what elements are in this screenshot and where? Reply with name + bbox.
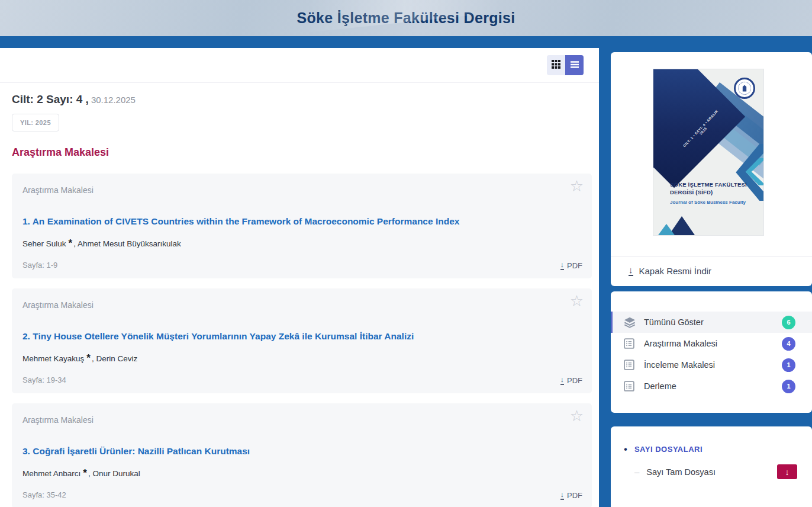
- main-panel: Cilt: 2 Sayı: 4 ,30.12.2025 YIL: 2025 Ar…: [0, 48, 599, 507]
- download-icon: ↓: [629, 265, 633, 276]
- article-authors: Mehmet Anbarcı*, Onur Durukal: [22, 469, 140, 481]
- category-label: Derleme: [644, 381, 676, 391]
- category-count-badge: 6: [782, 316, 795, 329]
- category-item-arastirma-makalesi[interactable]: Araştırma Makalesi 4: [611, 333, 812, 354]
- journal-header: Söke İşletme Fakültesi Dergisi: [0, 0, 812, 36]
- list-icon: [624, 360, 636, 370]
- view-toggle: [547, 55, 584, 75]
- university-logo-ring: [738, 82, 751, 95]
- category-count-badge: 4: [782, 337, 795, 351]
- article-pages: Sayfa: 35-42: [22, 490, 66, 499]
- toolbar: [0, 48, 599, 83]
- article-type-label: Araştırma Makalesi: [22, 185, 94, 195]
- cover-title-line1: SÖKE İŞLETME FAKÜLTESİ: [670, 181, 747, 188]
- university-logo-mark: [742, 85, 747, 92]
- cover-triangle-teal: [658, 224, 675, 235]
- favorite-star-icon[interactable]: ☆: [570, 292, 584, 310]
- issue-file-link[interactable]: Sayı Tam Dosyası: [646, 467, 716, 477]
- categories-card: Tümünü Göster 6 Araştırma Makalesi 4: [611, 291, 812, 413]
- article-card: Araştırma Makalesi ☆ 2. Tiny House Otell…: [12, 288, 592, 393]
- journal-title: Söke İşletme Fakültesi Dergisi: [297, 9, 515, 27]
- divider: [611, 256, 812, 257]
- list-view-button[interactable]: [565, 55, 584, 75]
- list-view-icon: [570, 60, 579, 70]
- download-icon: ↓: [560, 376, 565, 385]
- page: Söke İşletme Fakültesi Dergisi: [0, 0, 812, 507]
- sidebar: CİLT: 2 • SAYI: 4 • ARALIK 2025 SÖKE İŞL…: [599, 48, 812, 507]
- cover-triangle-navy: [669, 216, 695, 235]
- issue-title: Cilt: 2 Sayı: 4 ,: [12, 93, 89, 105]
- issue-date: 30.12.2025: [91, 95, 136, 105]
- favorite-star-icon[interactable]: ☆: [570, 407, 584, 425]
- article-pages: Sayfa: 1-9: [22, 261, 57, 269]
- cover-card: CİLT: 2 • SAYI: 4 • ARALIK 2025 SÖKE İŞL…: [611, 52, 812, 286]
- corresponding-author-asterisk: *: [83, 467, 87, 479]
- journal-cover-image: CİLT: 2 • SAYI: 4 • ARALIK 2025 SÖKE İŞL…: [653, 69, 763, 235]
- issue-files-heading-label: SAYI DOSYALARI: [634, 445, 703, 454]
- article-title-link[interactable]: 1. An Examination of CIVETS Countries wi…: [22, 216, 459, 227]
- cover-subtitle: Journal of Söke Business Faculty: [670, 200, 747, 205]
- category-count-badge: 1: [782, 380, 795, 393]
- grid-view-button[interactable]: [547, 55, 565, 75]
- list-icon: [624, 381, 636, 392]
- issue-content: Cilt: 2 Sayı: 4 ,30.12.2025 YIL: 2025 Ar…: [0, 83, 599, 507]
- dash-icon: –: [634, 467, 639, 477]
- corresponding-author-asterisk: *: [86, 352, 91, 364]
- download-icon: ↓: [560, 261, 565, 270]
- issue-line: Cilt: 2 Sayı: 4 ,30.12.2025: [12, 93, 599, 106]
- pdf-download-link[interactable]: ↓ PDF: [560, 490, 583, 500]
- article-title-link[interactable]: 2. Tiny House Otellere Yönelik Müşteri Y…: [22, 331, 414, 342]
- category-item-all[interactable]: Tümünü Göster 6: [611, 312, 812, 333]
- university-logo: [734, 78, 755, 99]
- article-type-label: Araştırma Makalesi: [22, 415, 94, 425]
- article-authors: Mehmet Kayakuş*, Derin Ceviz: [22, 354, 137, 366]
- list-icon: [624, 338, 636, 349]
- pdf-download-link[interactable]: ↓ PDF: [560, 261, 583, 270]
- cover-title-block: SÖKE İŞLETME FAKÜLTESİ DERGİSİ (SİFD) Jo…: [670, 181, 747, 205]
- article-title-link[interactable]: 3. Coğrafi İşaretli Ürünler: Nazilli Pat…: [22, 446, 250, 457]
- bullet-icon: •: [624, 444, 627, 454]
- article-authors: Seher Suluk*, Ahmet Mesut Büyüksarıkulak: [22, 239, 181, 251]
- article-pages: Sayfa: 19-34: [22, 376, 66, 384]
- issue-files-card: • SAYI DOSYALARI – Sayı Tam Dosyası ↓: [611, 426, 812, 507]
- category-item-inceleme-makalesi[interactable]: İnceleme Makalesi 1: [611, 354, 812, 376]
- cover-download-link[interactable]: ↓ Kapak Resmi İndir: [629, 265, 711, 276]
- grid-icon: [552, 60, 560, 70]
- issue-file-row: – Sayı Tam Dosyası ↓: [624, 464, 797, 479]
- category-label: İnceleme Makalesi: [644, 360, 715, 370]
- category-label: Tümünü Göster: [644, 317, 704, 327]
- article-type-label: Araştırma Makalesi: [22, 300, 94, 310]
- category-item-derleme[interactable]: Derleme 1: [611, 376, 812, 397]
- favorite-star-icon[interactable]: ☆: [570, 177, 584, 195]
- section-heading: Araştırma Makalesi: [12, 146, 599, 159]
- download-icon: ↓: [785, 467, 790, 477]
- issue-file-download-button[interactable]: ↓: [777, 464, 797, 479]
- cover-title-line2: DERGİSİ (SİFD): [670, 188, 747, 196]
- download-icon: ↓: [560, 490, 565, 500]
- issue-files-heading: • SAYI DOSYALARI: [624, 444, 797, 454]
- layers-icon: [624, 317, 636, 328]
- article-card: Araştırma Makalesi ☆ 1. An Examination o…: [12, 174, 592, 278]
- header-stripe: [0, 36, 812, 48]
- article-card: Araştırma Makalesi ☆ 3. Coğrafi İşaretli…: [12, 403, 592, 507]
- category-label: Araştırma Makalesi: [644, 339, 717, 348]
- pdf-download-link[interactable]: ↓ PDF: [560, 376, 583, 385]
- category-count-badge: 1: [782, 358, 795, 372]
- corresponding-author-asterisk: *: [69, 238, 73, 249]
- year-badge: YIL: 2025: [12, 114, 59, 131]
